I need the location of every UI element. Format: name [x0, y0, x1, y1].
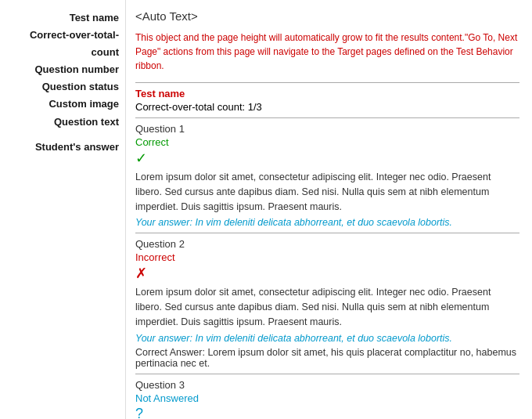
- question-1-status: Correct: [135, 136, 519, 148]
- main-content: <Auto Text> This object and the page hei…: [125, 0, 532, 419]
- test-name-label: Test name: [135, 88, 519, 99]
- question-block-1: Question 1 Correct ✓ Lorem ipsum dolor s…: [135, 123, 519, 228]
- question-mark-icon: ?: [135, 406, 519, 420]
- divider-2: [135, 233, 519, 233]
- sidebar-item-custom-image: Custom image: [6, 96, 119, 113]
- question-1-title: Question 1: [135, 123, 519, 135]
- page-title: <Auto Text>: [135, 9, 519, 23]
- question-3-title: Question 3: [135, 379, 519, 391]
- question-3-status: Not Answered: [135, 392, 519, 404]
- question-2-correct-answer: Correct Answer: Lorem ipsum dolor sit am…: [135, 347, 519, 369]
- check-icon: ✓: [135, 150, 519, 167]
- sidebar-item-question-number: Question number: [6, 61, 119, 78]
- sidebar-item-test-name: Test name: [6, 9, 119, 27]
- question-2-title: Question 2: [135, 238, 519, 250]
- divider-1: [135, 117, 519, 118]
- sidebar-item-question-status: Question status: [6, 78, 119, 96]
- question-1-your-answer: Your answer: In vim deleniti delicata ab…: [135, 217, 519, 228]
- sidebar-item-correct-over-total: Correct-over-total-count: [6, 27, 119, 61]
- question-2-status: Incorrect: [135, 251, 519, 263]
- question-2-your-answer: Your answer: In vim deleniti delicata ab…: [135, 333, 519, 344]
- question-1-body: Lorem ipsum dolor sit amet, consectetur …: [135, 170, 519, 214]
- sidebar-item-students-answer: Student's answer: [6, 139, 119, 156]
- correct-over-total-value: Correct-over-total count: 1/3: [135, 101, 519, 113]
- question-2-body: Lorem ipsum dolor sit amet, consectetur …: [135, 285, 519, 329]
- divider-top: [135, 82, 519, 83]
- divider-3: [135, 374, 519, 374]
- question-block-3: Question 3 Not Answered ? Lorem ipsum do…: [135, 379, 519, 420]
- sidebar-item-question-text: Question text: [6, 114, 119, 131]
- info-box: This object and the page height will aut…: [135, 31, 519, 73]
- question-block-2: Question 2 Incorrect ✗ Lorem ipsum dolor…: [135, 238, 519, 368]
- sidebar: Test name Correct-over-total-count Quest…: [0, 0, 125, 419]
- cross-icon: ✗: [135, 265, 519, 282]
